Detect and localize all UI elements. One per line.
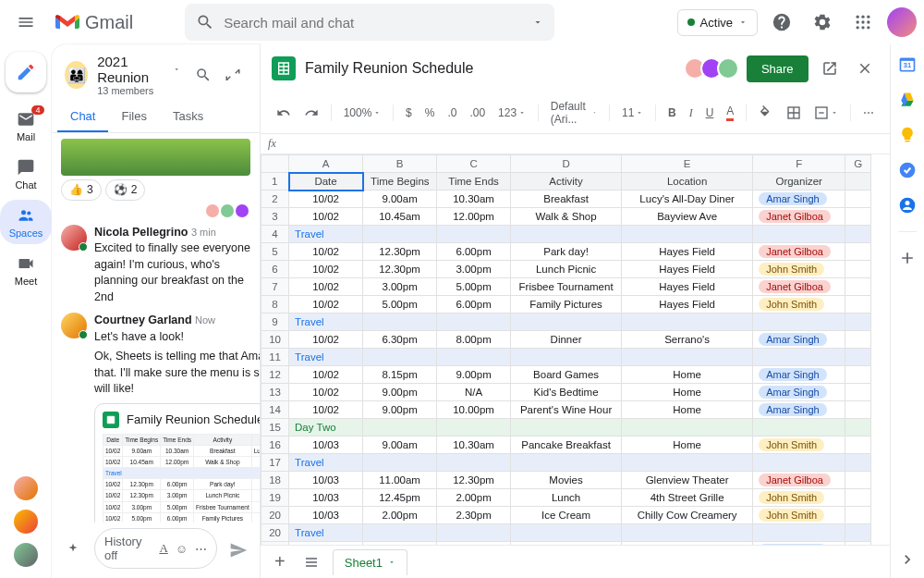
message-time: Now — [195, 314, 215, 326]
status-dot-icon — [687, 18, 695, 26]
sheet-preview: DateTime BeginsTime EndsActivityLocation… — [103, 434, 260, 523]
gmail-brand-text: Gmail — [85, 12, 133, 33]
share-button[interactable]: Share — [747, 55, 808, 82]
keep-app-icon[interactable] — [898, 126, 917, 144]
composer-placeholder: History off — [104, 535, 144, 562]
calendar-app-icon[interactable]: 31 — [898, 55, 917, 74]
smart-compose-button[interactable] — [59, 534, 87, 567]
zoom-dropdown[interactable]: 100% — [339, 103, 386, 123]
search-dropdown-icon[interactable] — [532, 17, 543, 28]
message-text: Ok, Sheets is telling me that Amar is ta… — [94, 349, 260, 398]
drive-app-icon[interactable] — [898, 91, 917, 109]
compose-button[interactable] — [6, 52, 46, 92]
status-chip[interactable]: Active — [677, 9, 758, 36]
search-box[interactable] — [185, 4, 554, 41]
sheet-tab[interactable]: Sheet1 — [333, 549, 407, 575]
text-color-button[interactable]: A — [722, 101, 738, 125]
underline-button[interactable]: U — [701, 103, 719, 123]
search-input[interactable] — [224, 15, 523, 31]
svg-point-4 — [861, 20, 864, 23]
more-icon[interactable]: ⋯ — [195, 542, 207, 556]
help-button[interactable] — [765, 6, 798, 39]
undo-button[interactable] — [272, 102, 296, 124]
emoji-icon[interactable]: ☺ — [176, 542, 188, 556]
merge-button[interactable] — [809, 102, 843, 124]
message-author: Nicola Pellegrino — [94, 226, 188, 239]
close-button[interactable] — [851, 52, 879, 85]
main-menu-button[interactable] — [7, 4, 44, 41]
svg-point-1 — [861, 16, 864, 18]
recent-contact-avatar[interactable] — [14, 510, 38, 534]
all-sheets-button[interactable] — [299, 551, 323, 573]
message-composer[interactable]: History off A ☺ ⋯ — [94, 528, 217, 569]
collapse-button[interactable] — [219, 61, 247, 89]
borders-button[interactable] — [782, 102, 806, 124]
chat-panel: 👨‍👩‍👧 2021 Reunion 13 members Chat Files… — [52, 44, 260, 578]
svg-point-3 — [857, 20, 859, 23]
reaction[interactable]: 👍3 — [61, 179, 102, 201]
send-button[interactable] — [225, 534, 252, 567]
space-search-button[interactable] — [189, 61, 217, 89]
apps-button[interactable] — [846, 6, 880, 39]
number-format-dropdown[interactable]: 123 — [493, 103, 530, 123]
space-title[interactable]: 2021 Reunion — [97, 54, 180, 85]
sheets-icon — [103, 412, 119, 428]
open-new-button[interactable] — [816, 52, 844, 85]
contacts-app-icon[interactable] — [898, 196, 917, 215]
font-dropdown[interactable]: Default (Ari... — [546, 96, 602, 129]
nav-chat[interactable]: Chat — [0, 152, 52, 196]
nav-meet[interactable]: Meet — [0, 248, 52, 292]
chat-body: 👍3 ⚽2 Nicola Pellegrino 3 min Excited to… — [52, 133, 260, 523]
message-avatar[interactable] — [61, 225, 87, 251]
percent-button[interactable]: % — [420, 103, 440, 123]
svg-text:31: 31 — [904, 61, 911, 69]
sheet-grid[interactable]: ABCDEFG1DateTime BeginsTime EndsActivity… — [261, 154, 890, 545]
recent-contact-avatar[interactable] — [14, 476, 38, 500]
more-toolbar-button[interactable]: ⋯ — [858, 103, 879, 123]
message-text: Let's have a look! — [94, 329, 260, 346]
redo-button[interactable] — [299, 102, 323, 124]
space-tabs: Chat Files Tasks — [52, 100, 260, 133]
currency-button[interactable]: $ — [401, 103, 417, 123]
nav-spaces[interactable]: Spaces — [0, 200, 52, 244]
tab-tasks[interactable]: Tasks — [160, 100, 216, 132]
sheets-app-icon — [272, 56, 296, 80]
svg-point-0 — [857, 16, 859, 18]
nav-label: Spaces — [9, 228, 43, 239]
nav-mail[interactable]: 4 Mail — [0, 104, 52, 148]
tab-chat[interactable]: Chat — [57, 100, 108, 132]
sheet-footer: + Sheet1 — [261, 545, 890, 578]
fill-color-button[interactable] — [754, 102, 778, 124]
formula-bar[interactable]: fx — [261, 134, 890, 154]
svg-rect-16 — [905, 141, 909, 142]
italic-button[interactable]: I — [685, 103, 698, 124]
message-avatar[interactable] — [61, 313, 87, 338]
account-avatar[interactable] — [887, 7, 917, 37]
collaborator-avatars[interactable] — [689, 57, 739, 80]
decimal-inc-button[interactable]: .00 — [465, 103, 490, 123]
tab-files[interactable]: Files — [108, 100, 159, 132]
fontsize-dropdown[interactable]: 11 — [617, 103, 648, 123]
svg-point-5 — [867, 20, 869, 23]
space-avatar[interactable]: 👨‍👩‍👧 — [65, 61, 88, 89]
sheet-card[interactable]: Family Reunion Schedule DateTime BeginsT… — [94, 403, 260, 523]
recent-contact-avatar[interactable] — [14, 543, 38, 567]
add-sheet-button[interactable]: + — [270, 547, 290, 576]
format-icon[interactable]: A — [159, 541, 167, 556]
shared-image[interactable] — [61, 139, 250, 176]
nav-label: Mail — [17, 131, 35, 142]
tasks-app-icon[interactable] — [898, 161, 917, 179]
decimal-dec-button[interactable]: .0 — [443, 103, 461, 123]
gmail-logo[interactable]: Gmail — [55, 12, 133, 33]
settings-button[interactable] — [806, 6, 839, 39]
collapse-side-panel[interactable] — [898, 550, 917, 569]
reaction[interactable]: ⚽2 — [105, 179, 146, 201]
bold-button[interactable]: B — [663, 103, 681, 123]
addons-button[interactable] — [898, 249, 917, 267]
sheet-title[interactable]: Family Reunion Schedule — [305, 60, 473, 77]
search-icon — [196, 13, 214, 31]
svg-point-7 — [861, 26, 864, 29]
nav-label: Chat — [15, 179, 36, 191]
card-title-text: Family Reunion Schedule — [127, 412, 260, 428]
topbar: Gmail Active — [0, 0, 924, 44]
